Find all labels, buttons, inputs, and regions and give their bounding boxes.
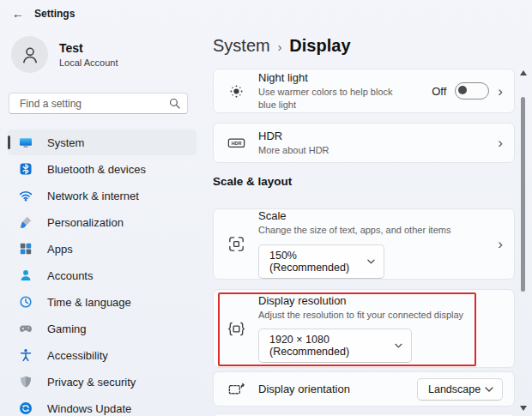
user-name: Test <box>59 41 118 55</box>
toggle-knob <box>458 86 467 94</box>
scroll-up-button[interactable] <box>518 69 529 77</box>
sidebar-item-label: Bluetooth & devices <box>47 163 146 176</box>
display-orientation-dropdown[interactable]: Landscape <box>417 378 503 401</box>
avatar <box>11 36 48 73</box>
scrollbar-thumb[interactable] <box>521 97 525 292</box>
window-title: Settings <box>34 8 75 20</box>
chevron-down-icon <box>395 343 402 348</box>
sidebar-nav: SystemBluetooth & devicesNetwork & inter… <box>0 129 204 416</box>
sidebar-item-apps[interactable]: Apps <box>8 236 196 262</box>
apps-icon <box>18 242 33 256</box>
search-icon <box>169 98 180 109</box>
night-light-toggle[interactable] <box>455 82 489 99</box>
sidebar-item-personalization[interactable]: Personalization <box>8 209 196 235</box>
system-icon <box>18 136 33 150</box>
sidebar-item-label: Gaming <box>47 323 87 335</box>
sidebar-item-time-language[interactable]: Time & language <box>8 289 196 315</box>
accounts-icon <box>18 268 33 283</box>
accessibility-icon <box>18 348 33 363</box>
display-resolution-description: Adjust the resolution to fit your connec… <box>258 309 514 321</box>
sidebar-item-privacy-security[interactable]: Privacy & security <box>8 369 196 395</box>
hdr-description: More about HDR <box>258 144 498 156</box>
display-resolution-dropdown-value: 1920 × 1080 (Recommended) <box>269 334 395 358</box>
chevron-right-icon: › <box>498 84 503 99</box>
scroll-down-icon <box>520 406 527 411</box>
scroll-up-icon <box>520 70 527 75</box>
network-icon <box>18 189 33 203</box>
gaming-icon <box>18 322 33 336</box>
chevron-right-icon: › <box>498 136 503 150</box>
search-input[interactable] <box>18 97 169 111</box>
scale-description: Change the size of text, apps, and other… <box>258 224 498 236</box>
breadcrumb-parent[interactable]: System <box>213 36 270 56</box>
night-light-card[interactable]: Night light Use warmer colors to help bl… <box>213 69 515 113</box>
sidebar-item-label: Personalization <box>47 216 124 229</box>
display-orientation-icon <box>214 379 258 399</box>
chevron-right-icon: › <box>498 237 503 251</box>
display-orientation-card[interactable]: Display orientation Landscape <box>213 371 515 407</box>
sidebar-item-gaming[interactable]: Gaming <box>8 316 196 341</box>
display-orientation-title: Display orientation <box>258 383 417 395</box>
sidebar-item-accounts[interactable]: Accounts <box>8 262 196 288</box>
night-light-title: Night light <box>258 71 432 84</box>
sidebar-item-label: System <box>47 136 84 149</box>
sidebar-item-label: Accessibility <box>47 349 108 362</box>
user-account-block[interactable]: Test Local Account <box>11 36 118 73</box>
hdr-card[interactable]: HDR HDR More about HDR › <box>213 123 515 163</box>
person-icon <box>19 44 41 66</box>
sidebar-item-label: Network & internet <box>47 190 139 202</box>
bluetooth-icon <box>18 162 33 177</box>
display-resolution-dropdown[interactable]: 1920 × 1080 (Recommended) <box>258 329 412 363</box>
night-light-description: Use warmer colors to help block blue lig… <box>258 86 400 111</box>
section-heading: Scale & layout <box>213 175 292 188</box>
scale-icon <box>214 234 258 254</box>
windows-update-icon <box>18 401 33 416</box>
svg-text:HDR: HDR <box>231 141 241 146</box>
search-box[interactable] <box>9 93 188 114</box>
privacy-icon <box>18 375 33 389</box>
back-arrow-icon: ← <box>12 7 24 21</box>
display-resolution-icon <box>214 319 258 339</box>
titlebar: ← Settings <box>0 0 75 27</box>
page-title: Display <box>289 36 350 56</box>
sidebar-item-system[interactable]: System <box>8 130 196 155</box>
scale-title: Scale <box>258 209 498 222</box>
sidebar-item-label: Windows Update <box>47 402 131 415</box>
user-account-type: Local Account <box>59 57 118 68</box>
scale-card[interactable]: Scale Change the size of text, apps, and… <box>213 208 515 280</box>
scale-dropdown[interactable]: 150% (Recommended) <box>258 244 384 279</box>
sidebar-item-bluetooth-devices[interactable]: Bluetooth & devices <box>8 156 196 182</box>
display-orientation-dropdown-value: Landscape <box>428 383 481 395</box>
sidebar-item-label: Time & language <box>47 296 131 309</box>
display-resolution-card[interactable]: Display resolution Adjust the resolution… <box>213 289 515 368</box>
sidebar-item-label: Accounts <box>47 269 93 282</box>
night-light-toggle-label: Off <box>432 85 446 98</box>
sidebar-item-label: Privacy & security <box>47 376 136 389</box>
display-resolution-title: Display resolution <box>258 294 514 307</box>
chevron-down-icon <box>367 259 375 264</box>
hdr-title: HDR <box>258 130 498 142</box>
scroll-down-button[interactable] <box>518 404 529 413</box>
time-language-icon <box>18 295 33 310</box>
personalization-icon <box>18 215 33 230</box>
scale-dropdown-value: 150% (Recommended) <box>269 250 367 274</box>
night-light-icon <box>214 81 258 101</box>
sidebar: Test Local Account SystemBluetooth & dev… <box>0 27 204 416</box>
sidebar-item-label: Apps <box>47 243 73 256</box>
chevron-down-icon <box>485 387 493 392</box>
sidebar-item-network-internet[interactable]: Network & internet <box>8 183 196 208</box>
breadcrumb: System › Display <box>213 36 351 56</box>
breadcrumb-separator-icon: › <box>278 40 282 54</box>
back-button[interactable]: ← <box>5 3 31 24</box>
sidebar-item-accessibility[interactable]: Accessibility <box>8 342 196 368</box>
hdr-icon: HDR <box>214 133 258 153</box>
sidebar-item-windows-update[interactable]: Windows Update <box>8 395 196 416</box>
